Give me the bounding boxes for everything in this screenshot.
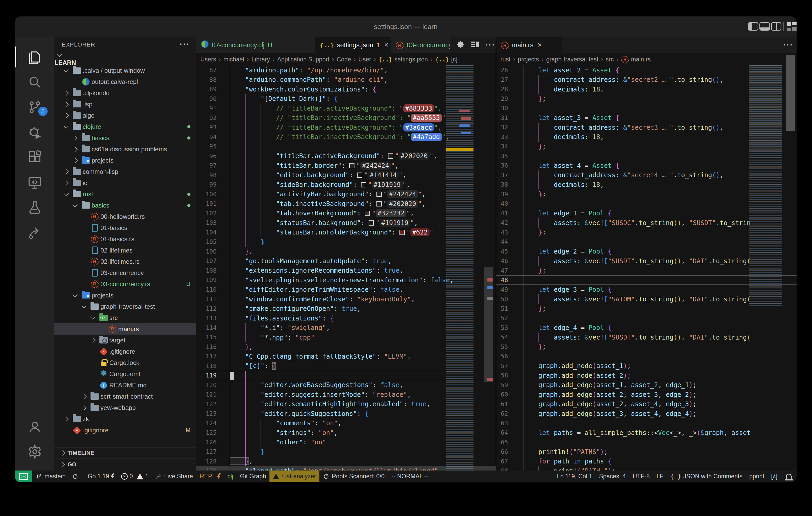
tree-item-projects[interactable]: projects: [54, 155, 196, 166]
tree-item-cargo.toml[interactable]: Cargo.toml: [54, 368, 196, 380]
tree-item-03-concurrency[interactable]: 03-concurrency: [54, 267, 196, 278]
tree-item-02-lifetimes[interactable]: 02-lifetimes: [54, 245, 196, 256]
tree-item-cargo.lock[interactable]: Cargo.lock: [54, 357, 196, 368]
tab-settings.json[interactable]: {..}settings.json1×: [315, 37, 391, 53]
breadcrumb-item[interactable]: Library: [252, 56, 270, 63]
status-problems[interactable]: ×01: [118, 471, 152, 482]
run-debug-icon[interactable]: [15, 120, 54, 145]
status-roots-scanned[interactable]: Roots Scanned: 0/0: [319, 471, 388, 482]
breadcrumb-item[interactable]: rust: [500, 56, 511, 63]
tree-item-00-helloworld.rs[interactable]: R00-helloworld.rs: [54, 211, 196, 222]
tree-item-01-basics[interactable]: 01-basics: [54, 222, 196, 234]
title-bar[interactable]: settings.json — learn: [15, 17, 796, 37]
status-sync[interactable]: [68, 471, 84, 482]
breadcrumb-item[interactable]: michael: [224, 56, 244, 63]
sidebar-section-timeline[interactable]: TIMELINE: [54, 447, 196, 458]
tab-close-icon[interactable]: ×: [384, 41, 388, 49]
scrollbar-group-2[interactable]: [786, 55, 795, 131]
tree-item-cs61a-discussion-problems[interactable]: cs61a discussion problems: [54, 144, 196, 155]
sidebar-section-go[interactable]: GO: [54, 458, 196, 470]
tree-item-yew-webapp[interactable]: yew-webapp: [54, 402, 196, 413]
tree-item-zk[interactable]: zk: [54, 413, 196, 425]
status-git-branch[interactable]: master*: [32, 471, 68, 482]
tree-item-algo[interactable]: algo: [54, 110, 196, 121]
status-encoding[interactable]: UTF-8: [629, 471, 653, 482]
tree-item-rust[interactable]: rust: [54, 188, 196, 200]
status-lambda[interactable]: [λ]: [768, 471, 781, 482]
breadcrumbs-group-1[interactable]: Users›michael›Library›Application Suppor…: [196, 53, 496, 65]
workspace-root-item[interactable]: LEARN: [54, 53, 196, 65]
tree-item-target[interactable]: target: [54, 335, 196, 346]
toggle-sidebar-icon[interactable]: [748, 22, 758, 31]
split-icon[interactable]: [471, 41, 479, 49]
breadcrumb-item[interactable]: Code: [337, 56, 351, 63]
tree-item-graph-traversal-test[interactable]: graph-traversal-test: [54, 301, 196, 312]
tree-item-output.calva-repl[interactable]: output.calva-repl: [54, 76, 196, 87]
breadcrumb-item[interactable]: Users: [200, 56, 216, 63]
breadcrumb-item[interactable]: Rmain.rs: [621, 55, 650, 63]
tree-item-03-concurrency.rs[interactable]: R03-concurrency.rsU: [54, 278, 196, 290]
share-icon[interactable]: [15, 220, 54, 245]
testing-icon[interactable]: [15, 195, 54, 220]
breadcrumb-item[interactable]: projects: [518, 56, 539, 63]
live-preview-icon[interactable]: [15, 170, 54, 195]
breadcrumb-item[interactable]: {..}settings.json: [379, 56, 428, 63]
tree-item-ic[interactable]: ic: [54, 177, 196, 188]
status-indentation[interactable]: Spaces: 4: [596, 471, 629, 482]
customize-layout-icon[interactable]: [787, 22, 796, 31]
gear-icon[interactable]: [456, 40, 465, 50]
source-control-icon[interactable]: 5: [15, 95, 54, 120]
tree-item-src[interactable]: src: [54, 312, 196, 323]
account-icon[interactable]: [15, 414, 54, 439]
tab-07-concurrency.clj[interactable]: 07-concurrency.cljU: [196, 37, 315, 53]
tree-item-projects[interactable]: projects: [54, 290, 196, 301]
tree-item-.lsp[interactable]: .lsp: [54, 98, 196, 110]
status-language-mode[interactable]: { }JSON with Comments: [667, 471, 746, 482]
tree-item-.gitignore[interactable]: .gitignoreM: [54, 425, 196, 436]
tab-03-concurrency.r[interactable]: R03-concurrency.r: [391, 37, 450, 53]
tree-item-main.rs[interactable]: Rmain.rs: [54, 323, 196, 335]
breadcrumb-item[interactable]: src: [606, 56, 614, 63]
tab-close-icon[interactable]: ×: [538, 41, 542, 49]
status-cursor-position[interactable]: Ln 119, Col 1: [554, 471, 596, 482]
dots-icon[interactable]: ···: [485, 40, 495, 50]
settings-icon[interactable]: [15, 439, 54, 464]
breadcrumb-item[interactable]: {..}[c]: [435, 56, 458, 63]
extensions-icon[interactable]: [15, 145, 54, 170]
status-rust-analyzer[interactable]: rust-analyzer: [269, 471, 319, 482]
status-go-version[interactable]: Go 1.19: [84, 471, 118, 482]
status-live-share[interactable]: Live Share: [152, 471, 197, 482]
status-git-graph[interactable]: Git Graph: [236, 471, 269, 482]
breadcrumb-item[interactable]: Application Support: [277, 56, 329, 63]
tree-item-basics[interactable]: basics: [54, 200, 196, 211]
status-vim-mode[interactable]: -- NORMAL --: [388, 471, 432, 482]
status-notifications[interactable]: [781, 471, 796, 482]
breadcrumb-item[interactable]: User: [358, 56, 371, 63]
tree-item-.calva-output-window[interactable]: .calva / output-window: [54, 65, 196, 76]
status-pprint[interactable]: pprint: [746, 471, 768, 482]
editor-group-divider[interactable]: [496, 37, 496, 471]
search-icon[interactable]: [15, 69, 54, 95]
toggle-secondary-sidebar-icon[interactable]: [771, 22, 781, 31]
tree-item-scrt-smart-contract[interactable]: scrt-smart-contract: [54, 391, 196, 402]
explorer-icon[interactable]: [15, 44, 54, 69]
explorer-more-actions-icon[interactable]: ···: [180, 40, 190, 49]
breadcrumb-item[interactable]: graph-traversal-test: [546, 56, 598, 63]
status-clj[interactable]: clj: [224, 471, 237, 482]
tree-item-basics[interactable]: basics: [54, 132, 196, 144]
tree-item-02-lifetimes.rs[interactable]: R02-lifetimes.rs: [54, 256, 196, 267]
tab-main.rs[interactable]: Rmain.rs×: [496, 37, 562, 53]
tree-item-readme.md[interactable]: iREADME.md: [54, 380, 196, 391]
tree-item-common-lisp[interactable]: common-lisp: [54, 166, 196, 177]
tree-item-.gitignore[interactable]: .gitignore: [54, 346, 196, 357]
toggle-panel-icon[interactable]: [759, 22, 770, 31]
tree-item-clojure[interactable]: clojure: [54, 121, 196, 132]
breadcrumbs-group-2[interactable]: rust›projects›graph-traversal-test›src›R…: [496, 53, 796, 65]
tree-item-.clj-kondo[interactable]: .clj-kondo: [54, 87, 196, 98]
scrollbar-group-1[interactable]: [484, 267, 493, 382]
dots-icon[interactable]: ···: [783, 40, 793, 50]
status-repl[interactable]: REPL: [197, 471, 224, 482]
remote-indicator[interactable]: ><: [15, 471, 32, 482]
tree-item-01-basics.rs[interactable]: R01-basics.rs: [54, 234, 196, 245]
status-eol[interactable]: LF: [653, 471, 667, 482]
